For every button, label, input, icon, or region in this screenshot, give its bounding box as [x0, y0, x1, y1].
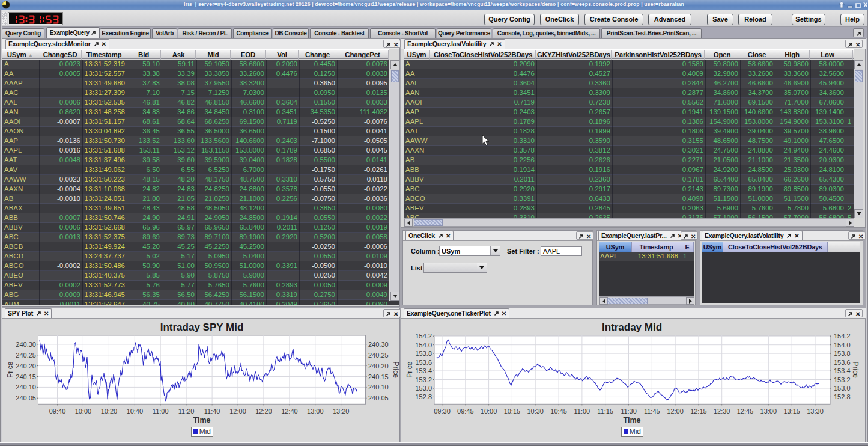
- svg-text:11:00: 11:00: [153, 408, 169, 415]
- svg-text:153.8: 153.8: [415, 350, 432, 357]
- svg-text:13:30: 13:30: [807, 408, 824, 415]
- svg-text:11:20: 11:20: [178, 408, 195, 415]
- svg-text:Price: Price: [392, 361, 400, 378]
- svg-text:11:00: 11:00: [574, 408, 590, 415]
- svg-text:11:15: 11:15: [597, 408, 613, 415]
- svg-text:10:00: 10:00: [75, 408, 92, 415]
- svg-text:240.30: 240.30: [16, 341, 36, 348]
- svg-text:Intraday SPY Mid: Intraday SPY Mid: [160, 322, 244, 333]
- svg-text:153.0: 153.0: [415, 385, 432, 392]
- svg-text:12:00: 12:00: [229, 408, 246, 415]
- svg-text:Price: Price: [6, 361, 14, 378]
- svg-text:12:20: 12:20: [255, 408, 272, 415]
- svg-text:Intraday Mid: Intraday Mid: [602, 322, 662, 333]
- svg-text:153.6: 153.6: [834, 359, 851, 366]
- svg-text:240.05: 240.05: [368, 394, 389, 402]
- svg-text:153.2: 153.2: [834, 376, 851, 383]
- svg-text:153.6: 153.6: [415, 359, 432, 366]
- svg-text:153.2: 153.2: [415, 376, 432, 383]
- svg-text:153.4: 153.4: [415, 367, 432, 374]
- svg-text:12:40: 12:40: [281, 408, 298, 415]
- svg-text:Price: Price: [405, 361, 414, 378]
- svg-text:09:30: 09:30: [434, 408, 451, 415]
- svg-text:154.2: 154.2: [415, 332, 432, 340]
- svg-text:240.25: 240.25: [368, 352, 389, 359]
- svg-text:Price: Price: [851, 361, 860, 378]
- svg-text:240.10: 240.10: [368, 383, 389, 391]
- svg-text:153.4: 153.4: [834, 367, 851, 374]
- svg-text:13:20: 13:20: [333, 408, 350, 415]
- svg-text:11:40: 11:40: [204, 408, 220, 415]
- svg-text:Time: Time: [193, 416, 211, 424]
- svg-text:10:20: 10:20: [101, 408, 118, 415]
- svg-text:153.8: 153.8: [834, 350, 851, 357]
- svg-text:13:15: 13:15: [783, 408, 800, 415]
- svg-text:09:45: 09:45: [457, 408, 474, 415]
- svg-text:240.20: 240.20: [368, 362, 389, 370]
- svg-text:240.05: 240.05: [16, 394, 36, 402]
- svg-text:12:30: 12:30: [714, 408, 730, 415]
- svg-text:154.2: 154.2: [834, 332, 851, 340]
- svg-text:240.15: 240.15: [16, 373, 36, 380]
- svg-text:Time: Time: [624, 416, 641, 424]
- svg-text:13:00: 13:00: [307, 408, 324, 415]
- svg-text:10:00: 10:00: [481, 408, 497, 415]
- svg-text:240.15: 240.15: [368, 373, 389, 380]
- svg-text:12:15: 12:15: [690, 408, 707, 415]
- svg-text:12:00: 12:00: [667, 408, 684, 415]
- svg-text:11:45: 11:45: [644, 408, 660, 415]
- svg-text:152.8: 152.8: [415, 393, 432, 400]
- svg-text:152.8: 152.8: [834, 393, 851, 400]
- svg-text:09:40: 09:40: [49, 408, 66, 415]
- svg-text:10:15: 10:15: [504, 408, 521, 415]
- svg-text:10:45: 10:45: [550, 408, 567, 415]
- svg-text:240.25: 240.25: [16, 352, 36, 359]
- svg-text:240.20: 240.20: [16, 362, 36, 370]
- svg-text:240.10: 240.10: [16, 383, 36, 391]
- svg-text:154.0: 154.0: [834, 341, 851, 349]
- svg-text:154.0: 154.0: [415, 341, 432, 349]
- svg-text:12:45: 12:45: [737, 408, 754, 415]
- svg-text:13:00: 13:00: [760, 408, 777, 415]
- svg-text:240.30: 240.30: [368, 341, 389, 348]
- svg-text:11:30: 11:30: [621, 408, 637, 415]
- svg-text:10:40: 10:40: [127, 408, 144, 415]
- svg-text:153.0: 153.0: [834, 385, 851, 392]
- svg-text:10:30: 10:30: [527, 408, 544, 415]
